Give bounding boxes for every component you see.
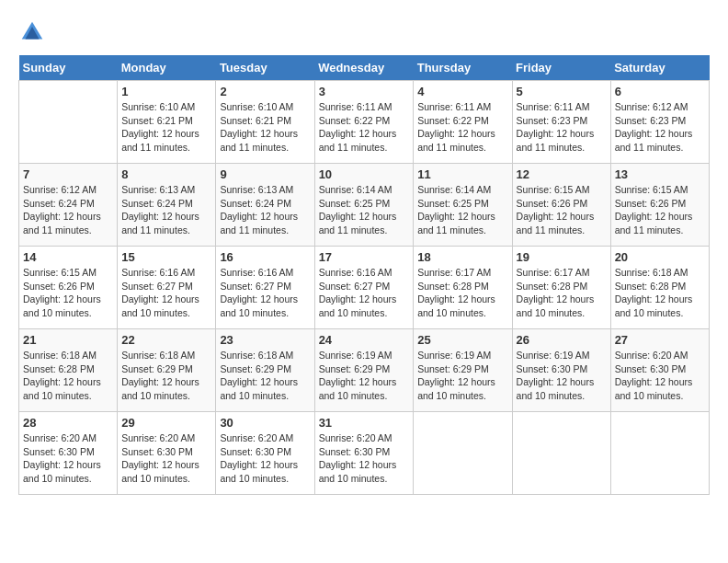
day-number: 16 (220, 250, 310, 264)
day-number: 6 (615, 85, 705, 98)
day-detail: Sunrise: 6:16 AM Sunset: 6:27 PM Dayligh… (220, 266, 310, 320)
calendar-day-cell: 14Sunrise: 6:15 AM Sunset: 6:26 PM Dayli… (19, 247, 118, 329)
day-of-week-header: Thursday (414, 55, 512, 81)
day-detail: Sunrise: 6:19 AM Sunset: 6:30 PM Dayligh… (517, 349, 607, 403)
day-number: 22 (121, 333, 211, 347)
day-detail: Sunrise: 6:10 AM Sunset: 6:21 PM Dayligh… (121, 100, 211, 155)
calendar-day-cell: 25Sunrise: 6:19 AM Sunset: 6:29 PM Dayli… (414, 329, 512, 412)
day-number: 11 (417, 167, 507, 181)
calendar-day-cell: 6Sunrise: 6:12 AM Sunset: 6:23 PM Daylig… (610, 81, 709, 164)
day-detail: Sunrise: 6:18 AM Sunset: 6:28 PM Dayligh… (615, 266, 705, 320)
day-number: 27 (615, 333, 705, 347)
day-number: 2 (220, 85, 310, 98)
day-of-week-header: Tuesday (216, 55, 314, 81)
day-detail: Sunrise: 6:11 AM Sunset: 6:23 PM Dayligh… (517, 100, 607, 155)
calendar-day-cell (414, 412, 512, 495)
logo (18, 18, 50, 46)
day-number: 4 (417, 85, 507, 98)
day-of-week-header: Wednesday (314, 55, 414, 81)
day-detail: Sunrise: 6:18 AM Sunset: 6:29 PM Dayligh… (121, 349, 211, 403)
calendar-day-cell: 16Sunrise: 6:16 AM Sunset: 6:27 PM Dayli… (216, 247, 314, 329)
calendar-day-cell: 28Sunrise: 6:20 AM Sunset: 6:30 PM Dayli… (19, 412, 118, 495)
day-number: 18 (417, 250, 507, 264)
day-detail: Sunrise: 6:15 AM Sunset: 6:26 PM Dayligh… (615, 183, 705, 237)
day-detail: Sunrise: 6:11 AM Sunset: 6:22 PM Dayligh… (417, 100, 507, 155)
day-number: 23 (220, 333, 310, 347)
day-detail: Sunrise: 6:20 AM Sunset: 6:30 PM Dayligh… (23, 431, 113, 486)
calendar-day-cell: 26Sunrise: 6:19 AM Sunset: 6:30 PM Dayli… (512, 329, 610, 412)
day-of-week-header: Saturday (610, 55, 709, 81)
calendar-day-cell (610, 412, 709, 495)
day-number: 12 (517, 167, 607, 181)
calendar-day-cell: 8Sunrise: 6:13 AM Sunset: 6:24 PM Daylig… (118, 164, 216, 247)
calendar-table: SundayMondayTuesdayWednesdayThursdayFrid… (18, 55, 710, 495)
calendar-week-row: 7Sunrise: 6:12 AM Sunset: 6:24 PM Daylig… (19, 164, 710, 247)
day-detail: Sunrise: 6:18 AM Sunset: 6:28 PM Dayligh… (23, 349, 113, 403)
day-detail: Sunrise: 6:19 AM Sunset: 6:29 PM Dayligh… (417, 349, 507, 403)
day-number: 20 (615, 250, 705, 264)
logo-icon (18, 18, 46, 46)
day-of-week-header: Friday (512, 55, 610, 81)
calendar-week-row: 14Sunrise: 6:15 AM Sunset: 6:26 PM Dayli… (19, 247, 710, 329)
day-detail: Sunrise: 6:17 AM Sunset: 6:28 PM Dayligh… (417, 266, 507, 320)
calendar-week-row: 21Sunrise: 6:18 AM Sunset: 6:28 PM Dayli… (19, 329, 710, 412)
day-number: 13 (615, 167, 705, 181)
page-header (18, 18, 710, 46)
calendar-day-cell: 11Sunrise: 6:14 AM Sunset: 6:25 PM Dayli… (414, 164, 512, 247)
day-detail: Sunrise: 6:15 AM Sunset: 6:26 PM Dayligh… (517, 183, 607, 237)
day-detail: Sunrise: 6:15 AM Sunset: 6:26 PM Dayligh… (23, 266, 113, 320)
calendar-day-cell: 3Sunrise: 6:11 AM Sunset: 6:22 PM Daylig… (314, 81, 414, 164)
calendar-header-row: SundayMondayTuesdayWednesdayThursdayFrid… (19, 55, 710, 81)
day-number: 15 (121, 250, 211, 264)
calendar-day-cell: 19Sunrise: 6:17 AM Sunset: 6:28 PM Dayli… (512, 247, 610, 329)
day-number: 21 (23, 333, 113, 347)
calendar-day-cell: 9Sunrise: 6:13 AM Sunset: 6:24 PM Daylig… (216, 164, 314, 247)
day-detail: Sunrise: 6:13 AM Sunset: 6:24 PM Dayligh… (220, 183, 310, 237)
day-detail: Sunrise: 6:19 AM Sunset: 6:29 PM Dayligh… (319, 349, 410, 403)
calendar-day-cell: 1Sunrise: 6:10 AM Sunset: 6:21 PM Daylig… (118, 81, 216, 164)
day-detail: Sunrise: 6:20 AM Sunset: 6:30 PM Dayligh… (121, 431, 211, 486)
day-detail: Sunrise: 6:12 AM Sunset: 6:24 PM Dayligh… (23, 183, 113, 237)
calendar-day-cell: 18Sunrise: 6:17 AM Sunset: 6:28 PM Dayli… (414, 247, 512, 329)
day-number: 1 (121, 85, 211, 98)
day-detail: Sunrise: 6:20 AM Sunset: 6:30 PM Dayligh… (220, 431, 310, 486)
day-number: 8 (121, 167, 211, 181)
day-number: 5 (517, 85, 607, 98)
day-detail: Sunrise: 6:17 AM Sunset: 6:28 PM Dayligh… (517, 266, 607, 320)
calendar-week-row: 28Sunrise: 6:20 AM Sunset: 6:30 PM Dayli… (19, 412, 710, 495)
calendar-day-cell (19, 81, 118, 164)
day-number: 9 (220, 167, 310, 181)
calendar-day-cell: 5Sunrise: 6:11 AM Sunset: 6:23 PM Daylig… (512, 81, 610, 164)
day-detail: Sunrise: 6:14 AM Sunset: 6:25 PM Dayligh… (417, 183, 507, 237)
calendar-day-cell: 31Sunrise: 6:20 AM Sunset: 6:30 PM Dayli… (314, 412, 414, 495)
calendar-day-cell: 13Sunrise: 6:15 AM Sunset: 6:26 PM Dayli… (610, 164, 709, 247)
day-detail: Sunrise: 6:16 AM Sunset: 6:27 PM Dayligh… (319, 266, 410, 320)
calendar-day-cell: 21Sunrise: 6:18 AM Sunset: 6:28 PM Dayli… (19, 329, 118, 412)
day-detail: Sunrise: 6:13 AM Sunset: 6:24 PM Dayligh… (121, 183, 211, 237)
calendar-day-cell: 2Sunrise: 6:10 AM Sunset: 6:21 PM Daylig… (216, 81, 314, 164)
day-detail: Sunrise: 6:20 AM Sunset: 6:30 PM Dayligh… (615, 349, 705, 403)
day-number: 17 (319, 250, 410, 264)
day-number: 25 (417, 333, 507, 347)
day-number: 29 (121, 416, 211, 430)
day-detail: Sunrise: 6:14 AM Sunset: 6:25 PM Dayligh… (319, 183, 410, 237)
day-number: 7 (23, 167, 113, 181)
day-number: 10 (319, 167, 410, 181)
day-number: 3 (319, 85, 410, 98)
calendar-day-cell: 17Sunrise: 6:16 AM Sunset: 6:27 PM Dayli… (314, 247, 414, 329)
day-number: 14 (23, 250, 113, 264)
calendar-week-row: 1Sunrise: 6:10 AM Sunset: 6:21 PM Daylig… (19, 81, 710, 164)
calendar-day-cell (512, 412, 610, 495)
calendar-day-cell: 15Sunrise: 6:16 AM Sunset: 6:27 PM Dayli… (118, 247, 216, 329)
day-number: 28 (23, 416, 113, 430)
day-detail: Sunrise: 6:16 AM Sunset: 6:27 PM Dayligh… (121, 266, 211, 320)
day-number: 19 (517, 250, 607, 264)
day-detail: Sunrise: 6:12 AM Sunset: 6:23 PM Dayligh… (615, 100, 705, 155)
calendar-day-cell: 23Sunrise: 6:18 AM Sunset: 6:29 PM Dayli… (216, 329, 314, 412)
calendar-day-cell: 22Sunrise: 6:18 AM Sunset: 6:29 PM Dayli… (118, 329, 216, 412)
calendar-day-cell: 4Sunrise: 6:11 AM Sunset: 6:22 PM Daylig… (414, 81, 512, 164)
day-detail: Sunrise: 6:10 AM Sunset: 6:21 PM Dayligh… (220, 100, 310, 155)
day-number: 24 (319, 333, 410, 347)
calendar-day-cell: 24Sunrise: 6:19 AM Sunset: 6:29 PM Dayli… (314, 329, 414, 412)
calendar-day-cell: 10Sunrise: 6:14 AM Sunset: 6:25 PM Dayli… (314, 164, 414, 247)
